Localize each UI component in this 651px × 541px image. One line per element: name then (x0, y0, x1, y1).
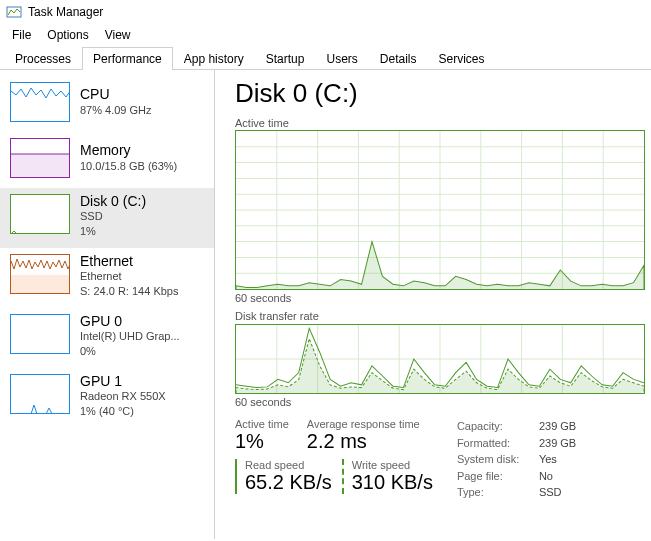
chart2-label: Disk transfer rate (235, 310, 645, 322)
menubar: File Options View (0, 24, 651, 46)
sidebar-text: Disk 0 (C:) SSD 1% (80, 194, 146, 238)
tab-strip: Processes Performance App history Startu… (0, 46, 651, 70)
sidebar-item-disk[interactable]: Disk 0 (C:) SSD 1% (0, 188, 214, 248)
sidebar: CPU 87% 4.09 GHz Memory 10.0/15.8 GB (63… (0, 70, 215, 539)
chart-transfer-rate (235, 324, 645, 394)
sidebar-text: GPU 1 Radeon RX 550X 1% (40 °C) (80, 374, 166, 418)
sidebar-item-sub2: 0% (80, 344, 180, 358)
chart-active-time (235, 130, 645, 290)
tab-app-history[interactable]: App history (173, 47, 255, 70)
sidebar-item-sub2: 1% (40 °C) (80, 404, 166, 418)
stat-value: 65.2 KB/s (245, 471, 332, 494)
sidebar-text: Memory 10.0/15.8 GB (63%) (80, 138, 177, 178)
titlebar: Task Manager (0, 0, 651, 24)
sidebar-item-title: GPU 0 (80, 314, 180, 329)
info-row: Capacity:239 GB (457, 418, 576, 435)
info-table: Capacity:239 GB Formatted:239 GB System … (457, 418, 576, 501)
detail-title: Disk 0 (C:) (235, 78, 645, 109)
tab-startup[interactable]: Startup (255, 47, 316, 70)
menu-view[interactable]: View (99, 26, 141, 44)
sidebar-item-sub: Ethernet (80, 269, 178, 283)
app-icon (6, 4, 22, 20)
tab-processes[interactable]: Processes (4, 47, 82, 70)
tab-services[interactable]: Services (428, 47, 496, 70)
stat-value: 310 KB/s (352, 471, 433, 494)
stat-label: Write speed (352, 459, 433, 471)
chart2-axis: 60 seconds (235, 396, 645, 408)
thumb-cpu (10, 82, 70, 122)
thumb-gpu1 (10, 374, 70, 414)
sidebar-item-sub2: 1% (80, 224, 146, 238)
stat-label: Read speed (245, 459, 332, 471)
sidebar-item-gpu0[interactable]: GPU 0 Intel(R) UHD Grap... 0% (0, 308, 214, 368)
sidebar-item-title: Memory (80, 143, 177, 158)
sidebar-text: CPU 87% 4.09 GHz (80, 82, 152, 122)
stat-value: 2.2 ms (307, 430, 420, 453)
tab-performance[interactable]: Performance (82, 47, 173, 70)
stat-avg-response: Average response time 2.2 ms (307, 418, 420, 453)
stat-value: 1% (235, 430, 289, 453)
sidebar-text: Ethernet Ethernet S: 24.0 R: 144 Kbps (80, 254, 178, 298)
sidebar-item-sub: SSD (80, 209, 146, 223)
sidebar-item-title: GPU 1 (80, 374, 166, 389)
menu-file[interactable]: File (6, 26, 41, 44)
svg-rect-1 (11, 154, 70, 178)
stat-active-time: Active time 1% (235, 418, 289, 453)
content-area: CPU 87% 4.09 GHz Memory 10.0/15.8 GB (63… (0, 70, 651, 539)
thumb-memory (10, 138, 70, 178)
window-title: Task Manager (28, 5, 103, 19)
stat-write-speed: Write speed 310 KB/s (342, 459, 433, 494)
chart1-label: Active time (235, 117, 645, 129)
thumb-gpu0 (10, 314, 70, 354)
info-row: Page file:No (457, 468, 576, 485)
sidebar-item-sub2: S: 24.0 R: 144 Kbps (80, 284, 178, 298)
sidebar-item-memory[interactable]: Memory 10.0/15.8 GB (63%) (0, 132, 214, 188)
sidebar-item-sub: Intel(R) UHD Grap... (80, 329, 180, 343)
sidebar-item-ethernet[interactable]: Ethernet Ethernet S: 24.0 R: 144 Kbps (0, 248, 214, 308)
info-row: System disk:Yes (457, 451, 576, 468)
sidebar-item-sub: Radeon RX 550X (80, 389, 166, 403)
tab-users[interactable]: Users (315, 47, 368, 70)
info-row: Type:SSD (457, 484, 576, 501)
tab-details[interactable]: Details (369, 47, 428, 70)
svg-rect-0 (7, 7, 21, 17)
stat-label: Active time (235, 418, 289, 430)
chart1-axis: 60 seconds (235, 292, 645, 304)
detail-pane: Disk 0 (C:) Active time 60 seconds Disk … (215, 70, 651, 539)
sidebar-item-title: CPU (80, 87, 152, 102)
sidebar-item-title: Disk 0 (C:) (80, 194, 146, 209)
thumb-ethernet (10, 254, 70, 294)
stat-read-speed: Read speed 65.2 KB/s (235, 459, 332, 494)
sidebar-item-cpu[interactable]: CPU 87% 4.09 GHz (0, 76, 214, 132)
sidebar-item-gpu1[interactable]: GPU 1 Radeon RX 550X 1% (40 °C) (0, 368, 214, 428)
sidebar-item-sub: 10.0/15.8 GB (63%) (80, 159, 177, 173)
menu-options[interactable]: Options (41, 26, 98, 44)
sidebar-item-sub: 87% 4.09 GHz (80, 103, 152, 117)
sidebar-text: GPU 0 Intel(R) UHD Grap... 0% (80, 314, 180, 358)
thumb-disk (10, 194, 70, 234)
info-row: Formatted:239 GB (457, 435, 576, 452)
stat-label: Average response time (307, 418, 420, 430)
stats-block: Active time 1% Average response time 2.2… (235, 418, 645, 501)
sidebar-item-title: Ethernet (80, 254, 178, 269)
svg-rect-3 (11, 275, 70, 294)
